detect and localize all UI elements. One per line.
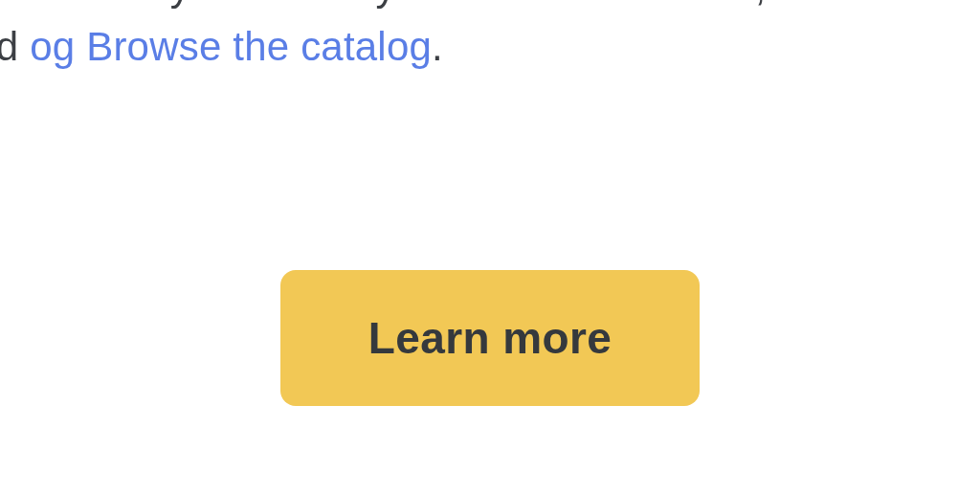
promo-section: until you cancel. You may cancel anytime… [0, 0, 980, 496]
link-prefix: og [30, 24, 86, 69]
sentence-period: . [432, 24, 443, 69]
learn-more-button[interactable]: Learn more [280, 270, 701, 406]
cta-wrapper: Learn more [0, 270, 980, 406]
browse-catalog-link[interactable]: Browse the catalog [86, 24, 432, 69]
promo-text-line1: until you cancel. You may cancel anytime… [0, 0, 635, 9]
promo-description: until you cancel. You may cancel anytime… [0, 0, 980, 77]
